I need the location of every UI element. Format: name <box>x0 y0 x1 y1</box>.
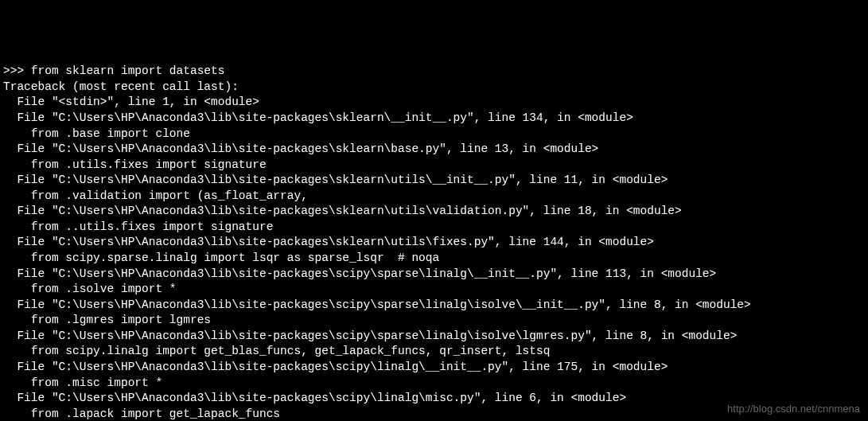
terminal-line: from ..utils.fixes import signature <box>3 220 865 236</box>
terminal-line: File "C:\Users\HP\Anaconda3\lib\site-pac… <box>3 360 865 376</box>
terminal-line: File "C:\Users\HP\Anaconda3\lib\site-pac… <box>3 204 865 220</box>
terminal-line: from .isolve import * <box>3 282 865 298</box>
terminal-line: from .base import clone <box>3 127 865 142</box>
terminal-line: from .utils.fixes import signature <box>3 158 865 173</box>
terminal-line: File "C:\Users\HP\Anaconda3\lib\site-pac… <box>3 235 865 251</box>
terminal-line: File "<stdin>", line 1, in <module> <box>3 95 865 111</box>
terminal-output[interactable]: >>> from sklearn import datasetsTracebac… <box>3 64 865 421</box>
watermark-text: http://blog.csdn.net/cnnmena <box>727 402 860 416</box>
terminal-line: File "C:\Users\HP\Anaconda3\lib\site-pac… <box>3 111 865 127</box>
terminal-line: from .misc import * <box>3 376 865 392</box>
terminal-line: from .validation import (as_float_array, <box>3 189 865 205</box>
terminal-line: >>> from sklearn import datasets <box>3 64 865 80</box>
terminal-line: from scipy.sparse.linalg import lsqr as … <box>3 251 865 267</box>
terminal-line: File "C:\Users\HP\Anaconda3\lib\site-pac… <box>3 298 865 314</box>
terminal-line: File "C:\Users\HP\Anaconda3\lib\site-pac… <box>3 329 865 345</box>
terminal-line: File "C:\Users\HP\Anaconda3\lib\site-pac… <box>3 142 865 158</box>
terminal-line: from scipy.linalg import get_blas_funcs,… <box>3 344 865 360</box>
terminal-line: File "C:\Users\HP\Anaconda3\lib\site-pac… <box>3 267 865 283</box>
terminal-line: Traceback (most recent call last): <box>3 80 865 96</box>
terminal-line: File "C:\Users\HP\Anaconda3\lib\site-pac… <box>3 173 865 189</box>
terminal-line: from .lgmres import lgmres <box>3 313 865 329</box>
